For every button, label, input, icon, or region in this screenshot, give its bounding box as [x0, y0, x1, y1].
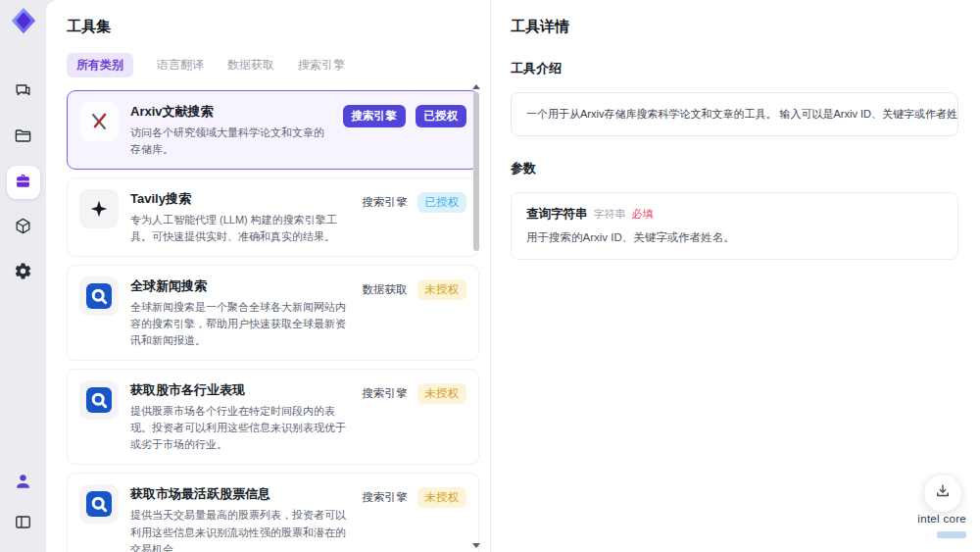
tool-category-tag: 数据获取: [363, 279, 408, 300]
category-tab[interactable]: 数据获取: [227, 53, 274, 77]
tool-name: 获取股市各行业表现: [130, 381, 351, 399]
bocha-search-logo: [79, 484, 119, 524]
tool-auth-badge: 未授权: [417, 279, 467, 300]
tool-list-panel: 工具集 所有类别语言翻译数据获取搜索引擎 Arxiv文献搜索 访问各个研究领域大…: [46, 0, 490, 552]
bocha-search-logo: [79, 380, 119, 420]
tool-detail-panel: 工具详情 工具介绍 一个用于从Arxiv存储库搜索科学论文和文章的工具。 输入可…: [490, 0, 980, 552]
parameter-required-badge: 必填: [632, 207, 654, 222]
chat-icon: [14, 81, 32, 104]
tool-text: 全球新闻搜索 全球新闻搜索是一个聚合全球各大新闻网站内容的搜索引擎，帮助用户快速…: [130, 276, 351, 349]
tool-name: 获取市场最活跃股票信息: [130, 485, 351, 503]
user-icon: [14, 472, 32, 494]
tool-tags: 搜索引擎 未授权: [363, 484, 467, 552]
folder-icon: [14, 126, 32, 149]
scrollbar-thumb[interactable]: [473, 92, 479, 251]
tool-text: Tavily搜索 专为人工智能代理 (LLM) 构建的搜索引擎工具。可快速提供实…: [130, 189, 351, 245]
category-tab[interactable]: 语言翻译: [157, 53, 204, 77]
sidebar-item-panel-toggle[interactable]: [7, 507, 40, 540]
tool-auth-badge: 已授权: [416, 105, 467, 127]
intel-ultra-badge: [937, 531, 966, 538]
tool-intro-box: 一个用于从Arxiv存储库搜索科学论文和文章的工具。 输入可以是Arxiv ID…: [511, 92, 958, 136]
briefcase-icon: [14, 172, 32, 194]
tool-auth-badge: 未授权: [417, 487, 467, 508]
page-title: 工具集: [67, 18, 472, 36]
tool-name: Arxiv文献搜索: [130, 103, 331, 121]
tool-description: 访问各个研究领域大量科学论文和文章的存储库。: [130, 125, 331, 158]
parameter-item: 查询字符串 字符串 必填 用于搜索的Arxiv ID、关键字或作者姓名。: [511, 192, 958, 260]
tool-tags: 搜索引擎 已授权: [343, 102, 467, 158]
category-tab-label: 数据获取: [227, 58, 274, 72]
sidebar-item-files[interactable]: [7, 121, 40, 154]
tool-name: Tavily搜索: [130, 190, 351, 208]
category-tab-label: 语言翻译: [157, 58, 204, 72]
sidebar-item-settings[interactable]: [7, 256, 40, 289]
params-heading: 参数: [511, 160, 958, 177]
rail-nav: [7, 75, 40, 289]
download-icon: [934, 482, 952, 504]
tool-text: 获取股市各行业表现 提供股票市场各个行业在特定时间段内的表现。投资者可以利用这些…: [130, 380, 351, 453]
intro-heading: 工具介绍: [511, 60, 958, 77]
tavily-logo: [79, 189, 119, 228]
scroll-up-arrow-icon[interactable]: [472, 84, 480, 89]
gear-icon: [14, 262, 32, 284]
tool-auth-badge: 未授权: [417, 383, 467, 404]
sidebar-item-tools[interactable]: [7, 166, 40, 199]
category-tab-label: 搜索引擎: [298, 58, 345, 72]
tool-tags: 数据获取 未授权: [363, 276, 467, 349]
rail-bottom: [7, 466, 40, 540]
sidebar-item-account[interactable]: [7, 466, 40, 499]
intel-core-brand: intel core: [917, 513, 966, 542]
tool-name: 全球新闻搜索: [130, 277, 351, 295]
tool-text: 获取市场最活跃股票信息 提供当天交易量最高的股票列表，投资者可以利用这些信息来识…: [130, 484, 351, 552]
tool-card[interactable]: 全球新闻搜索 全球新闻搜索是一个聚合全球各大新闻网站内容的搜索引擎，帮助用户快速…: [67, 265, 479, 361]
tool-text: Arxiv文献搜索 访问各个研究领域大量科学论文和文章的存储库。: [130, 102, 331, 158]
sidebar-item-models[interactable]: [7, 211, 40, 244]
arxiv-logo: [79, 102, 119, 141]
tool-tags: 搜索引擎 已授权: [363, 189, 467, 245]
parameter-type: 字符串: [594, 207, 626, 222]
detail-title: 工具详情: [511, 18, 958, 36]
cube-icon: [14, 217, 32, 239]
content-sheet: 工具集 所有类别语言翻译数据获取搜索引擎 Arxiv文献搜索 访问各个研究领域大…: [46, 0, 980, 552]
tool-card[interactable]: Arxiv文献搜索 访问各个研究领域大量科学论文和文章的存储库。 搜索引擎 已授…: [67, 90, 479, 170]
parameter-name: 查询字符串: [526, 206, 588, 223]
list-scrollbar[interactable]: [471, 84, 481, 552]
category-tab[interactable]: 所有类别: [67, 53, 133, 77]
tool-description: 专为人工智能代理 (LLM) 构建的搜索引擎工具。可快速提供实时、准确和真实的结…: [130, 212, 351, 245]
tool-category-tag: 搜索引擎: [343, 105, 406, 127]
tool-description: 提供股票市场各个行业在特定时间段内的表现。投资者可以利用这些信息来识别表现优于或…: [130, 403, 351, 453]
tool-description: 全球新闻搜索是一个聚合全球各大新闻网站内容的搜索引擎，帮助用户快速获取全球最新资…: [130, 299, 351, 349]
parameter-head: 查询字符串 字符串 必填: [526, 206, 943, 223]
tool-card[interactable]: 获取股市各行业表现 提供股票市场各个行业在特定时间段内的表现。投资者可以利用这些…: [67, 369, 479, 465]
left-rail: [0, 0, 46, 552]
tool-auth-badge: 已授权: [417, 192, 467, 213]
sidebar-item-chat[interactable]: [7, 75, 40, 109]
app-logo[interactable]: [8, 7, 39, 38]
category-tab[interactable]: 搜索引擎: [298, 53, 345, 77]
tool-category-tag: 搜索引擎: [363, 383, 408, 404]
tool-card[interactable]: 获取市场最活跃股票信息 提供当天交易量最高的股票列表，投资者可以利用这些信息来识…: [67, 473, 479, 552]
gem-logo-icon: [9, 6, 38, 39]
intel-core-logo-text: intel core: [917, 513, 966, 525]
tool-list: Arxiv文献搜索 访问各个研究领域大量科学论文和文章的存储库。 搜索引擎 已授…: [67, 90, 479, 552]
bocha-search-logo: [79, 276, 119, 316]
category-tabs: 所有类别语言翻译数据获取搜索引擎: [67, 53, 472, 77]
category-tab-label: 所有类别: [76, 58, 123, 72]
scroll-down-arrow-icon[interactable]: [472, 543, 480, 548]
tool-tags: 搜索引擎 未授权: [363, 380, 467, 453]
download-button[interactable]: [923, 474, 962, 513]
panel-toggle-icon: [14, 513, 32, 535]
tool-description: 提供当天交易量最高的股票列表，投资者可以利用这些信息来识别流动性强的股票和潜在的…: [130, 507, 351, 552]
tool-card[interactable]: Tavily搜索 专为人工智能代理 (LLM) 构建的搜索引擎工具。可快速提供实…: [67, 177, 479, 257]
tool-category-tag: 搜索引擎: [363, 487, 408, 508]
tool-category-tag: 搜索引擎: [363, 192, 408, 213]
parameter-description: 用于搜索的Arxiv ID、关键字或作者姓名。: [526, 230, 943, 245]
